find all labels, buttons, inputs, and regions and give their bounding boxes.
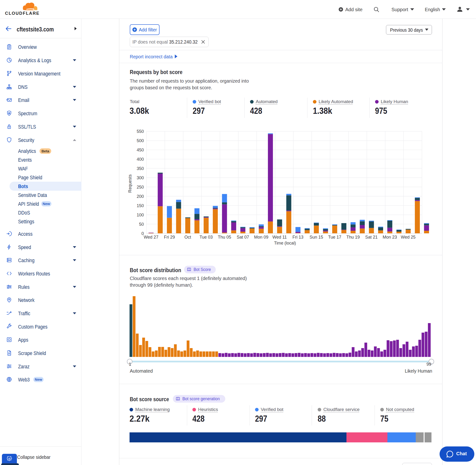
svg-text:450: 450 xyxy=(137,148,144,152)
svg-text:Sun 15: Sun 15 xyxy=(309,235,323,240)
svg-text:50: 50 xyxy=(139,222,144,227)
svg-text:Tue 03: Tue 03 xyxy=(200,235,213,240)
svg-text:Sat 07: Sat 07 xyxy=(237,235,249,240)
svg-text:Wed 25: Wed 25 xyxy=(401,235,415,240)
svg-text:300: 300 xyxy=(137,176,144,180)
svg-text:Fri 13: Fri 13 xyxy=(292,235,303,240)
svg-text:Sat 21: Sat 21 xyxy=(365,235,378,240)
svg-text:Tue 17: Tue 17 xyxy=(328,235,341,240)
svg-text:100: 100 xyxy=(137,213,144,217)
svg-text:Thu 05: Thu 05 xyxy=(218,235,231,240)
svg-text:350: 350 xyxy=(137,166,144,171)
svg-text:Wed 11: Wed 11 xyxy=(272,235,287,240)
svg-text:Time (local): Time (local) xyxy=(274,241,296,245)
svg-text:Oct: Oct xyxy=(184,235,191,240)
svg-text:250: 250 xyxy=(137,185,144,190)
svg-text:Mon 09: Mon 09 xyxy=(254,235,268,240)
svg-text:Wed 27: Wed 27 xyxy=(144,235,158,240)
svg-text:400: 400 xyxy=(137,157,144,162)
svg-text:150: 150 xyxy=(137,203,144,208)
svg-text:Thu 19: Thu 19 xyxy=(347,235,360,240)
svg-text:Fri 29: Fri 29 xyxy=(164,235,175,240)
svg-text:550: 550 xyxy=(137,129,144,134)
svg-text:Requests: Requests xyxy=(128,175,132,193)
svg-text:200: 200 xyxy=(137,194,144,199)
svg-text:Mon 23: Mon 23 xyxy=(383,235,397,240)
svg-text:500: 500 xyxy=(137,138,144,143)
